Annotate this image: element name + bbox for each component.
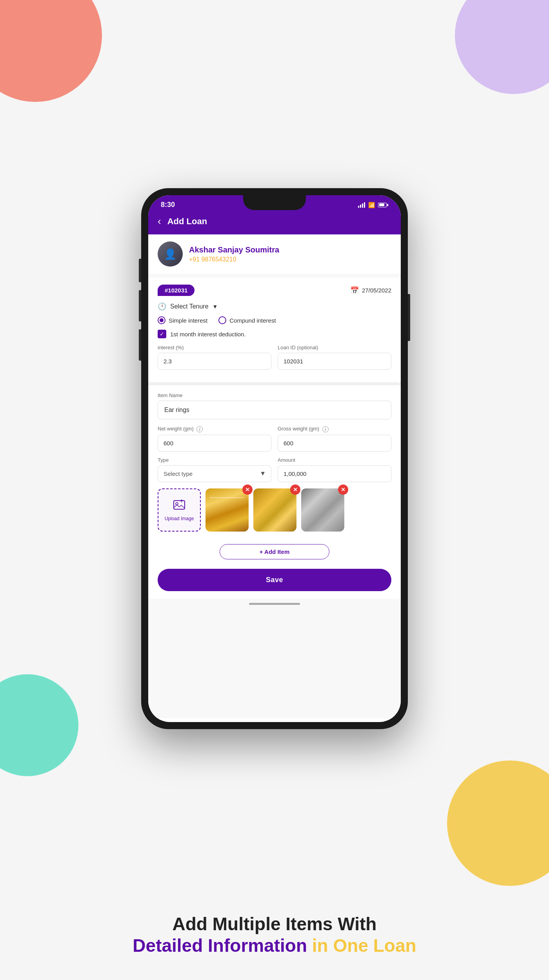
signal-icon [358,202,365,208]
loan-date-value: 27/05/2022 [362,287,391,294]
add-item-button[interactable]: + Add Item [220,544,329,559]
bottom-text: Add Multiple Items With Detailed Informa… [0,913,549,956]
loan-id-badge: #102031 [158,285,195,296]
battery-body [378,203,387,207]
bg-circle-purple [455,0,549,94]
save-button[interactable]: Save [158,569,391,591]
item-section: Item Name Net weight (gm) i Gross weight… [148,385,401,539]
type-field-group: Type Select type Gold Silver ▼ [158,457,271,482]
loan-id-field-group: Loan ID (optional) [278,345,391,370]
signal-bar-2 [360,205,361,208]
bottom-text-purple: Detailed Information [133,935,312,956]
bottom-text-line2: Detailed Information in One Loan [31,935,518,956]
interest-type-group: Simple interest Compund interest [158,316,391,324]
first-month-checkbox[interactable]: ✓ [158,330,166,338]
signal-bar-3 [362,203,363,208]
clock-icon: 🕐 [158,302,166,311]
type-select[interactable]: Select type Gold Silver [158,465,271,482]
interest-loanid-row: interest (%) Loan ID (optional) [158,345,391,370]
interest-input[interactable] [158,353,271,370]
radio-simple-interest[interactable]: Simple interest [158,316,207,324]
wifi-icon: 📶 [368,202,375,208]
loan-details-card: #102031 📅 27/05/2022 🕐 Select Tenure ▼ [148,278,401,382]
gross-weight-info-icon: i [322,426,329,432]
images-row: Upload Image ✕ ✕ [158,488,391,532]
bg-circle-green [0,674,78,776]
bottom-text-line1: Add Multiple Items With [31,913,518,935]
image-thumb-3-inner [301,488,344,532]
phone-frame: 8:30 📶 ‹ Add Loan [141,188,408,729]
battery-tip [387,204,388,206]
gross-weight-group: Gross weight (gm) i [278,426,391,452]
calendar-icon: 📅 [350,286,359,295]
page-title: Add Loan [167,216,207,227]
image-thumb-3: ✕ [301,488,344,532]
upload-text: Upload Image [165,516,194,521]
gross-weight-input[interactable] [278,435,391,452]
net-weight-info-icon: i [196,426,203,432]
weight-fields-row: Net weight (gm) i Gross weight (gm) i [158,426,391,452]
signal-bar-1 [358,206,359,208]
battery-icon [378,203,388,207]
user-card: 👤 Akshar Sanjay Soumitra +91 9876543210 [148,234,401,274]
remove-image-2-button[interactable]: ✕ [290,485,300,495]
net-weight-input[interactable] [158,435,271,452]
loan-id-input[interactable] [278,353,391,370]
silver-rings-image [301,488,344,532]
radio-label-compound: Compund interest [229,317,276,324]
upload-icon [173,498,185,514]
user-info: Akshar Sanjay Soumitra +91 9876543210 [189,245,279,263]
upload-image-box[interactable]: Upload Image [158,488,201,532]
home-indicator [148,599,401,607]
add-item-area: + Add Item [148,539,401,563]
item-name-label: Item Name [158,392,391,398]
save-btn-area: Save [148,563,401,599]
radio-circle-simple[interactable] [158,316,165,324]
notch [243,195,306,210]
radio-circle-compound[interactable] [218,316,226,324]
divider-1 [148,382,401,385]
net-weight-label: Net weight (gm) i [158,426,271,432]
signal-bar-4 [364,202,365,208]
header: ‹ Add Loan [148,211,401,234]
svg-rect-0 [174,501,185,509]
user-name: Akshar Sanjay Soumitra [189,245,279,254]
side-button-silent [139,259,141,282]
type-amount-row: Type Select type Gold Silver ▼ Amount [158,457,391,482]
item-name-input[interactable] [158,401,391,419]
image-thumb-2: ✕ [253,488,296,532]
side-button-volume-down [139,329,141,361]
bg-circle-coral [0,0,102,102]
gold-rings-image [253,488,296,532]
remove-image-3-button[interactable]: ✕ [338,485,348,495]
amount-label: Amount [278,457,391,463]
user-phone: +91 9876543210 [189,256,279,263]
interest-field-group: interest (%) [158,345,271,370]
checkbox-row[interactable]: ✓ 1st month interest deduction. [158,330,391,338]
avatar-image: 👤 [158,241,183,267]
gold-bar-image [205,488,249,532]
amount-input[interactable] [278,465,391,482]
net-weight-group: Net weight (gm) i [158,426,271,452]
tenure-label: Select Tenure [170,303,209,310]
content-scroll[interactable]: 👤 Akshar Sanjay Soumitra +91 9876543210 … [148,234,401,718]
image-thumb-2-inner [253,488,296,532]
status-icons: 📶 [358,202,388,208]
tenure-row[interactable]: 🕐 Select Tenure ▼ [158,302,391,311]
back-button[interactable]: ‹ [158,215,161,227]
remove-image-1-button[interactable]: ✕ [242,485,253,495]
image-thumb-1-inner [205,488,249,532]
home-bar [249,603,300,605]
side-button-power [408,294,410,341]
type-label: Type [158,457,271,463]
amount-field-group: Amount [278,457,391,482]
loan-id-label: Loan ID (optional) [278,345,391,350]
status-time: 8:30 [161,201,175,209]
type-select-wrapper: Select type Gold Silver ▼ [158,465,271,482]
battery-fill [379,203,385,206]
loan-id-row: #102031 📅 27/05/2022 [158,285,391,296]
gross-weight-label: Gross weight (gm) i [278,426,391,432]
avatar: 👤 [158,241,183,267]
bg-circle-yellow [447,760,549,886]
radio-compound-interest[interactable]: Compund interest [218,316,276,324]
